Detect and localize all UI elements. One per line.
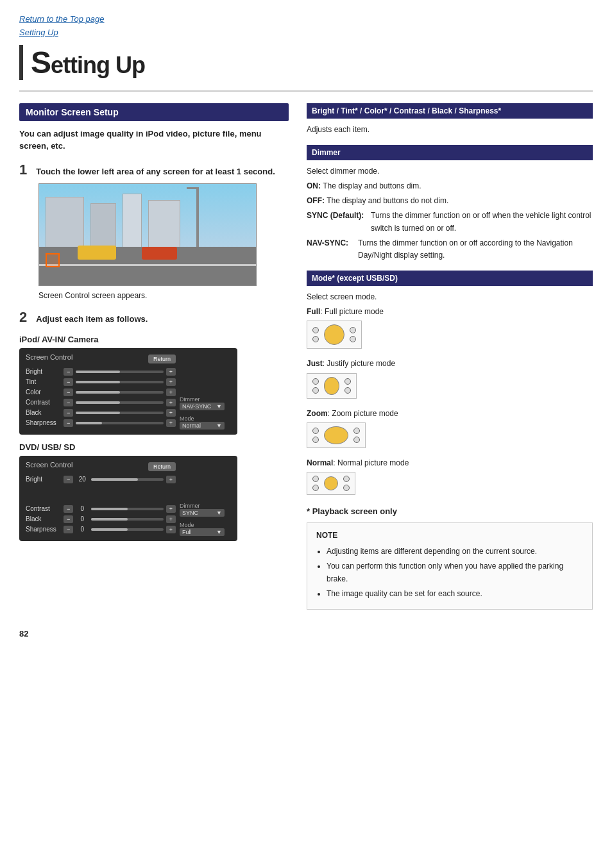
dvd-spacer [26, 486, 176, 505]
setting-up-link[interactable]: Setting Up [19, 26, 593, 40]
mode-normal: Normal: Normal picture mode [307, 457, 593, 497]
sc-dvd-black-val: 0 [76, 515, 89, 522]
sc-tint-minus[interactable]: − [64, 378, 73, 386]
sc-contrast-label: Contrast [26, 399, 61, 406]
dvd-mode-group: Mode Full ▼ [180, 522, 231, 536]
sc-tint-plus[interactable]: + [166, 378, 176, 386]
dropdown-arrow-icon: ▼ [216, 403, 222, 410]
mc-br [350, 336, 356, 342]
zoom-mc-tr [353, 428, 360, 434]
mc-tl [312, 327, 319, 333]
note-item-2: You can perform this function only when … [327, 560, 583, 585]
sc-contrast-minus[interactable]: − [64, 399, 73, 406]
sc-dvd-sharp-minus[interactable]: − [64, 526, 73, 533]
sc-dvd-bright-row: Bright − 20 + [26, 476, 176, 483]
navsync-dropdown[interactable]: NAV-SYNC ▼ [180, 403, 225, 410]
sc-color-plus[interactable]: + [166, 388, 176, 396]
zoom-mc-br [353, 437, 360, 443]
building-1 [46, 197, 84, 248]
step-1-caption: Screen Control screen appears. [38, 291, 289, 300]
mode-dropdown[interactable]: Normal ▼ [180, 422, 225, 430]
mc-center-normal [324, 476, 338, 490]
car-2 [142, 247, 177, 260]
off-label: OFF: [307, 196, 325, 205]
mc-bl [312, 336, 319, 342]
sc-black-minus[interactable]: − [64, 409, 73, 417]
main-content: Monitor Screen Setup You can adjust imag… [19, 103, 593, 610]
sc-ipod-return[interactable]: Return [148, 355, 176, 363]
just-label-row: Just: Justify picture mode [307, 358, 593, 370]
sc-dvd-contrast-row: Contrast − 0 + [26, 505, 176, 513]
sc-contrast-row: Contrast − + [26, 399, 176, 406]
sc-dvd-right-panel: Dimmer SYNC ▼ Mode Full ▼ [180, 461, 231, 536]
sc-color-label: Color [26, 388, 61, 396]
just-mode-image [307, 373, 357, 399]
sc-color-minus[interactable]: − [64, 388, 73, 396]
top-page-link[interactable]: Return to the Top page [19, 13, 593, 26]
sc-dvd-sharp-slider[interactable] [91, 528, 163, 531]
sc-black-slider[interactable] [76, 412, 163, 414]
zoom-bold-label: Zoom [307, 409, 328, 418]
dimmer-group: Dimmer NAV-SYNC ▼ [180, 396, 231, 410]
sc-black-plus[interactable]: + [166, 409, 176, 417]
dimmer-header: Dimmer [307, 145, 593, 160]
sc-dvd-sharp-plus[interactable]: + [166, 526, 176, 533]
sc-dvd-black-minus[interactable]: − [64, 515, 73, 523]
just-bold-label: Just [307, 359, 323, 368]
sc-dvd-sharp-val: 0 [76, 526, 89, 533]
sc-color-slider[interactable] [76, 391, 163, 394]
mode-full: Full: Full picture mode [307, 306, 593, 351]
sc-dvd-contrast-slider[interactable] [91, 508, 163, 510]
right-column: Bright / Tint* / Color* / Contrast / Bla… [307, 103, 593, 610]
full-label-row: Full: Full picture mode [307, 306, 593, 318]
sc-dvd-return[interactable]: Return [148, 462, 176, 471]
dvd-dimmer-label: Dimmer [180, 503, 231, 509]
zoom-mc-row-left [312, 428, 319, 443]
mode-group: Mode Normal ▼ [180, 415, 231, 430]
full-bold-label: Full [307, 307, 320, 316]
navsync-text: Turns the dimmer function on or off acco… [358, 237, 593, 262]
dvd-mode-arrow-icon: ▼ [216, 529, 222, 535]
normal-mc-tl [312, 476, 319, 482]
title-divider [19, 90, 593, 92]
just-mc-bl [312, 387, 319, 394]
page-title: Setting Up [31, 45, 593, 80]
on-text: The display and buttons dim. [323, 181, 421, 190]
sc-sharp-slider[interactable] [76, 422, 163, 424]
sc-dvd-contrast-minus[interactable]: − [64, 505, 73, 513]
sc-sharp-minus[interactable]: − [64, 419, 73, 427]
sc-tint-slider[interactable] [76, 381, 163, 383]
dimmer-label: Dimmer [180, 396, 231, 403]
sc-contrast-plus[interactable]: + [166, 399, 176, 406]
sc-tint-label: Tint [26, 378, 61, 385]
off-row: OFF: The display and buttons do not dim. [307, 195, 593, 207]
sc-contrast-slider[interactable] [76, 401, 163, 404]
sc-dvd-bright-slider[interactable] [91, 478, 163, 481]
dvd-mode-dropdown[interactable]: Full ▼ [180, 528, 225, 536]
dvd-sync-dropdown[interactable]: SYNC ▼ [180, 509, 225, 517]
full-mode-image [307, 321, 362, 349]
breadcrumb: Return to the Top page Setting Up [19, 13, 593, 40]
sc-dvd-bright-plus[interactable]: + [166, 476, 176, 483]
mc-row-left [312, 327, 319, 342]
sc-dvd-black-plus[interactable]: + [166, 515, 176, 523]
dvd-mode-label: Mode [180, 522, 231, 528]
dvd-dimmer-group: Dimmer SYNC ▼ [180, 503, 231, 517]
building-2 [90, 203, 116, 248]
sc-bright-slider[interactable] [76, 371, 163, 373]
sc-dvd-black-slider[interactable] [91, 518, 163, 521]
zoom-label-row: Zoom: Zoom picture mode [307, 408, 593, 420]
navsync-row: NAV-SYNC: Turns the dimmer function on o… [307, 237, 593, 262]
sc-bright-plus[interactable]: + [166, 368, 176, 376]
screen-control-dvd: Screen Control Return Bright − 20 + [19, 456, 237, 541]
sc-tint-row: Tint − + [26, 378, 176, 386]
ipod-subsection: iPod/ AV-IN/ Camera Screen Control Retur… [19, 335, 289, 435]
sc-dvd-bright-val: 20 [76, 476, 89, 483]
sc-sharp-plus[interactable]: + [166, 419, 176, 427]
mode-section: Mode* (except USB/SD) Select screen mode… [307, 271, 593, 497]
intro-text: You can adjust image quality in iPod vid… [19, 128, 289, 153]
sc-dvd-bright-minus[interactable]: − [64, 476, 73, 483]
sc-dvd-contrast-plus[interactable]: + [166, 505, 176, 513]
sc-bright-minus[interactable]: − [64, 368, 73, 376]
sc-black-row: Black − + [26, 409, 176, 417]
